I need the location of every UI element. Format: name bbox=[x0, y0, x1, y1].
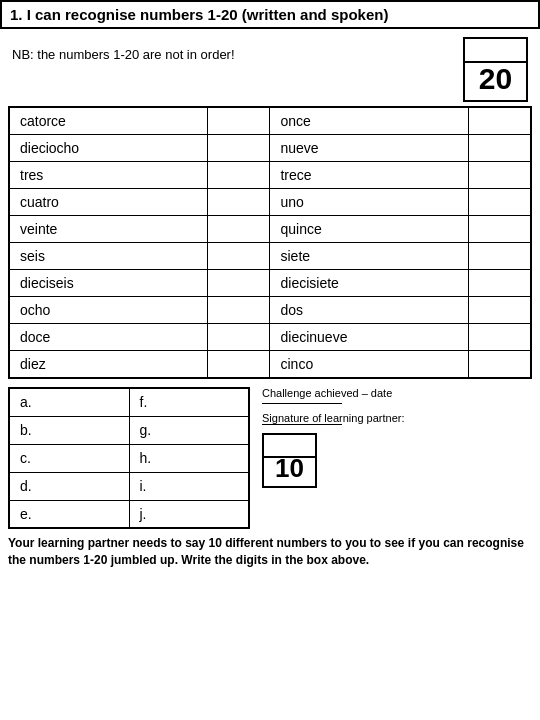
right-word-cell: cinco bbox=[270, 351, 468, 379]
letters-row: a.f. bbox=[9, 388, 249, 416]
blank-cell-left bbox=[207, 324, 270, 351]
blank-cell-left bbox=[207, 162, 270, 189]
table-row: catorceonce bbox=[9, 107, 531, 135]
right-word-cell: dos bbox=[270, 297, 468, 324]
letter-left: e. bbox=[9, 500, 129, 528]
numbers-table: catorceoncedieciochonuevetrestrececuatro… bbox=[8, 106, 532, 379]
blank-cell-right bbox=[468, 135, 531, 162]
letters-row: c.h. bbox=[9, 444, 249, 472]
blank-cell-left bbox=[207, 107, 270, 135]
left-word-cell: dieciocho bbox=[9, 135, 207, 162]
letter-left: d. bbox=[9, 472, 129, 500]
table-row: cuatrouno bbox=[9, 189, 531, 216]
challenge-date-line bbox=[262, 403, 342, 404]
blank-cell-right bbox=[468, 270, 531, 297]
big-number-value: 20 bbox=[479, 62, 512, 96]
letters-table: a.f.b.g.c.h.d.i.e.j. bbox=[8, 387, 250, 529]
blank-cell-right bbox=[468, 189, 531, 216]
left-word-cell: doce bbox=[9, 324, 207, 351]
small-number-value: 10 bbox=[275, 453, 304, 486]
table-row: diezcinco bbox=[9, 351, 531, 379]
blank-cell-right bbox=[468, 107, 531, 135]
blank-cell-right bbox=[468, 216, 531, 243]
letter-left: a. bbox=[9, 388, 129, 416]
section-header: 1. I can recognise numbers 1-20 (written… bbox=[0, 0, 540, 29]
right-word-cell: diecinueve bbox=[270, 324, 468, 351]
blank-cell-left bbox=[207, 270, 270, 297]
table-row: trestrece bbox=[9, 162, 531, 189]
table-row: veintequince bbox=[9, 216, 531, 243]
small-box-top bbox=[465, 39, 526, 63]
blank-cell-right bbox=[468, 162, 531, 189]
table-row: ochodos bbox=[9, 297, 531, 324]
right-word-cell: quince bbox=[270, 216, 468, 243]
left-word-cell: dieciseis bbox=[9, 270, 207, 297]
letter-right: g. bbox=[129, 416, 249, 444]
letter-left: b. bbox=[9, 416, 129, 444]
blank-cell-right bbox=[468, 297, 531, 324]
big-number-box: 20 bbox=[463, 37, 528, 102]
right-word-cell: uno bbox=[270, 189, 468, 216]
right-word-cell: once bbox=[270, 107, 468, 135]
small-box-top-part bbox=[264, 435, 315, 458]
right-word-cell: nueve bbox=[270, 135, 468, 162]
left-word-cell: tres bbox=[9, 162, 207, 189]
blank-cell-right bbox=[468, 324, 531, 351]
challenge-box: Challenge achieved – date Signature of l… bbox=[262, 387, 532, 488]
letters-row: e.j. bbox=[9, 500, 249, 528]
blank-cell-left bbox=[207, 351, 270, 379]
challenge-title: Challenge achieved – date bbox=[262, 387, 532, 399]
blank-cell-right bbox=[468, 243, 531, 270]
letter-right: h. bbox=[129, 444, 249, 472]
left-word-cell: cuatro bbox=[9, 189, 207, 216]
left-word-cell: ocho bbox=[9, 297, 207, 324]
letter-left: c. bbox=[9, 444, 129, 472]
letters-row: d.i. bbox=[9, 472, 249, 500]
letter-right: j. bbox=[129, 500, 249, 528]
letters-row: b.g. bbox=[9, 416, 249, 444]
table-row: docediecinueve bbox=[9, 324, 531, 351]
blank-cell-left bbox=[207, 297, 270, 324]
table-row: seissiete bbox=[9, 243, 531, 270]
signature-line bbox=[262, 424, 342, 425]
small-number-box: 10 bbox=[262, 433, 317, 488]
blank-cell-left bbox=[207, 135, 270, 162]
left-word-cell: diez bbox=[9, 351, 207, 379]
table-row: dieciseisdiecisiete bbox=[9, 270, 531, 297]
table-row: dieciochonueve bbox=[9, 135, 531, 162]
blank-cell-left bbox=[207, 216, 270, 243]
left-word-cell: seis bbox=[9, 243, 207, 270]
blank-cell-right bbox=[468, 351, 531, 379]
intro-section: NB: the numbers 1-20 are not in order! 2… bbox=[0, 29, 540, 106]
letter-right: i. bbox=[129, 472, 249, 500]
right-word-cell: siete bbox=[270, 243, 468, 270]
left-word-cell: veinte bbox=[9, 216, 207, 243]
blank-cell-left bbox=[207, 243, 270, 270]
bottom-section: a.f.b.g.c.h.d.i.e.j. Challenge achieved … bbox=[8, 387, 532, 529]
intro-note: NB: the numbers 1-20 are not in order! bbox=[12, 37, 235, 62]
left-word-cell: catorce bbox=[9, 107, 207, 135]
footer-text: Your learning partner needs to say 10 di… bbox=[8, 535, 532, 569]
right-word-cell: trece bbox=[270, 162, 468, 189]
letter-right: f. bbox=[129, 388, 249, 416]
blank-cell-left bbox=[207, 189, 270, 216]
signature-label: Signature of learning partner: bbox=[262, 412, 532, 424]
right-word-cell: diecisiete bbox=[270, 270, 468, 297]
